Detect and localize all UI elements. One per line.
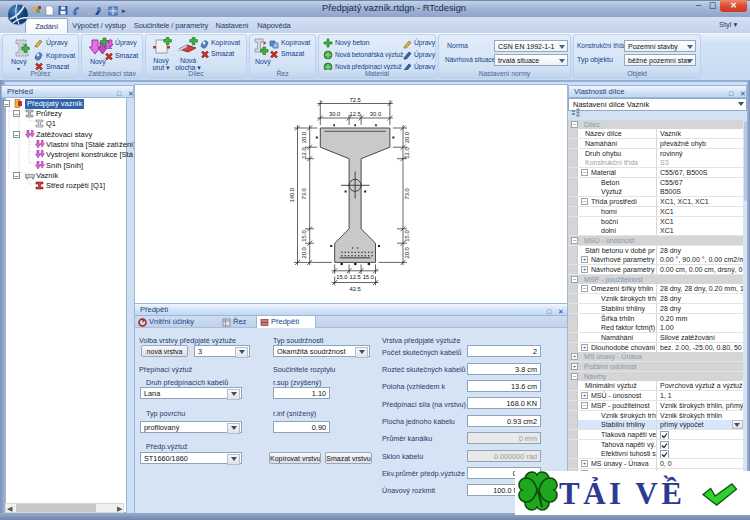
- svg-text:12.5: 12.5: [349, 111, 360, 117]
- svg-text:12.0: 12.0: [301, 147, 307, 158]
- svg-text:15.0: 15.0: [363, 274, 374, 280]
- svg-text:20.0: 20.0: [301, 247, 307, 258]
- svg-text:12.5: 12.5: [349, 274, 360, 280]
- svg-text:30.0: 30.0: [370, 111, 381, 117]
- svg-text:12.0: 12.0: [404, 147, 410, 158]
- svg-text:72.5: 72.5: [349, 97, 360, 103]
- svg-text:20.0: 20.0: [404, 247, 410, 258]
- svg-text:15.0: 15.0: [301, 230, 307, 241]
- svg-text:42.5: 42.5: [349, 286, 360, 292]
- svg-text:20.0: 20.0: [404, 132, 410, 143]
- svg-text:30.0: 30.0: [329, 111, 340, 117]
- svg-text:73.0: 73.0: [301, 188, 307, 199]
- svg-text:20.0: 20.0: [301, 132, 307, 143]
- svg-text:73.0: 73.0: [404, 188, 410, 199]
- svg-text:15.0: 15.0: [404, 230, 410, 241]
- svg-text:15.0: 15.0: [336, 274, 347, 280]
- svg-text:140.0: 140.0: [289, 188, 295, 203]
